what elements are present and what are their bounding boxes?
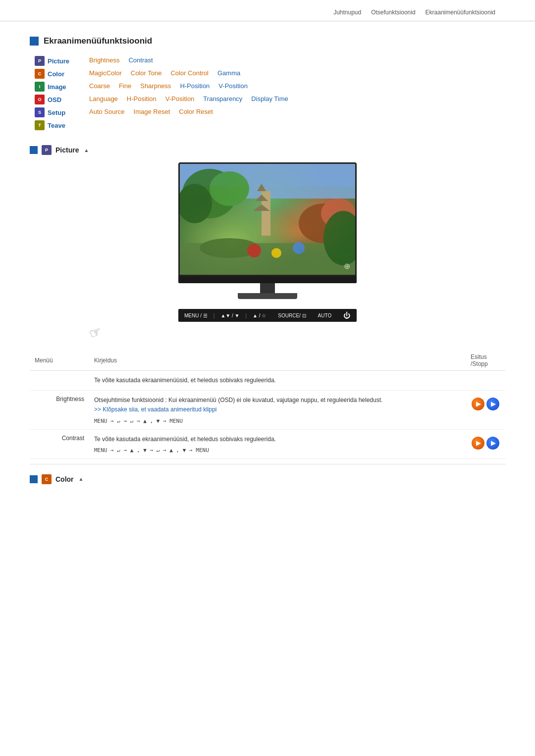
section-sq-icon — [30, 146, 38, 154]
col-header-action: Esitus /Stopp — [466, 351, 505, 371]
monitor-screen — [178, 162, 357, 276]
contrast-desc1: Te võite kasutada ekraanimenüüsid, et he… — [94, 435, 461, 444]
color-section-sq-icon — [30, 475, 38, 483]
nav-row-setup: S Setup Auto Source Image Reset Color Re… — [35, 107, 505, 117]
nav-row-osd: O OSD Language H-Position V-Position Tra… — [35, 95, 505, 104]
brightness-path: MENU → ↵ → ↵ → ▲ , ▼ → MENU — [94, 418, 461, 424]
nav-item-vpos-osd[interactable]: V-Position — [165, 95, 195, 102]
table-row-intro: Te võite kasutada ekraanimenüüsid, et he… — [30, 371, 505, 391]
top-nav: Juhtnupud Otsefunktsioonid Ekraanimenüüf… — [0, 0, 535, 21]
nav-category-setup: S Setup — [35, 107, 89, 117]
nav-category-teave: T Teave — [35, 120, 89, 130]
brightness-anim-link[interactable]: >> Klõpsake siia, et vaadata animeeritud… — [94, 406, 216, 413]
page-title-row: Ekraanimenüüfunktsioonid — [30, 36, 505, 46]
teave-label[interactable]: Teave — [48, 122, 65, 129]
osd-label[interactable]: OSD — [48, 96, 61, 103]
nav-item-displaytime[interactable]: Display Time — [251, 95, 288, 102]
nav-item-autosource[interactable]: Auto Source — [89, 108, 125, 115]
color-section-arrow: ▲ — [79, 476, 84, 482]
ctrl-arrows-label: ▲▼ / ▼ — [220, 313, 239, 318]
setup-nav-items: Auto Source Image Reset Color Reset — [89, 107, 213, 115]
ctrl-source-label: SOURCE/ ⊡ — [278, 313, 306, 318]
nav-category-color: C Color — [35, 69, 89, 79]
nav-item-sharpness[interactable]: Sharpness — [140, 82, 171, 90]
svg-point-12 — [247, 244, 261, 257]
brightness-desc-cell: Otsejuhtimise funktsioonid : Kui ekraani… — [89, 391, 466, 429]
nav-item-fine[interactable]: Fine — [119, 82, 131, 90]
col-header-desc: Kirjeldus — [89, 351, 466, 371]
image-label[interactable]: Image — [48, 83, 66, 91]
nav-item-transparency[interactable]: Transparency — [203, 95, 242, 102]
contrast-btn-orange[interactable]: ▶ — [472, 437, 484, 450]
nav-item-colortone[interactable]: Color Tone — [131, 69, 162, 77]
nav-item-colorreset[interactable]: Color Reset — [179, 108, 213, 115]
monitor-container — [30, 162, 505, 299]
info-table: Menüü Kirjeldus Esitus /Stopp Te võite k… — [30, 351, 505, 459]
brightness-buttons: ▶ ▶ — [471, 398, 500, 410]
nav-category-osd: O OSD — [35, 95, 89, 104]
color-label[interactable]: Color — [48, 70, 64, 78]
brightness-label-cell: Brightness — [30, 391, 89, 429]
nav-item-colorcontrol[interactable]: Color Control — [170, 69, 209, 77]
hand-cursor-area: ☞ — [89, 324, 505, 341]
nav-item-brightness[interactable]: Brightness — [89, 56, 119, 64]
nav-row-image: I Image Coarse Fine Sharpness H-Position… — [35, 82, 505, 92]
nav-row-color: C Color MagicColor Color Tone Color Cont… — [35, 69, 505, 79]
monitor-stand-neck — [260, 283, 275, 293]
ctrl-sep2: | — [245, 313, 247, 318]
brightness-btn-orange[interactable]: ▶ — [472, 398, 484, 410]
main-content: Ekraanimenüüfunktsioonid P Picture Brigh… — [0, 21, 535, 506]
picture-section-arrow: ▲ — [84, 148, 89, 153]
brightness-btn-blue[interactable]: ▶ — [486, 398, 499, 410]
nav-category-picture: P Picture — [35, 56, 89, 66]
nav-item-magiccolor[interactable]: MagicColor — [89, 69, 122, 77]
brightness-intro-action — [466, 371, 505, 391]
contrast-path: MENU → ↵ → ▲ , ▼ → ↵ → ▲ , ▼ → MENU — [94, 447, 461, 454]
osd-nav-items: Language H-Position V-Position Transpare… — [89, 95, 288, 102]
image-category-icon: I — [35, 82, 45, 92]
nav-row-picture: P Picture Brightness Contrast — [35, 56, 505, 66]
image-nav-items: Coarse Fine Sharpness H-Position V-Posit… — [89, 82, 248, 90]
ctrl-auto-label: AUTO — [318, 313, 332, 318]
brightness-intro-desc: Te võite kasutada ekraanimenüüsid, et he… — [89, 371, 466, 391]
brightness-desc2: Otsejuhtimise funktsioonid : Kui ekraani… — [94, 397, 382, 403]
nav-item-coarse[interactable]: Coarse — [89, 82, 110, 90]
setup-category-icon: S — [35, 107, 45, 117]
nav-item-language[interactable]: Language — [89, 95, 118, 102]
navigation-table: P Picture Brightness Contrast C Color Ma… — [35, 56, 505, 130]
hand-cursor-icon: ☞ — [87, 323, 104, 343]
contrast-btn-blue[interactable]: ▶ — [486, 437, 499, 450]
page-title: Ekraanimenüüfunktsioonid — [44, 36, 152, 46]
ctrl-power-btn[interactable]: ⏻ — [343, 311, 350, 319]
contrast-buttons: ▶ ▶ — [471, 437, 500, 450]
setup-label[interactable]: Setup — [48, 109, 65, 116]
table-row-brightness: Brightness Otsejuhtimise funktsioonid : … — [30, 391, 505, 429]
nav-item-hpos[interactable]: H-Position — [180, 82, 210, 90]
color-category-icon: C — [35, 69, 45, 79]
nav-row-teave: T Teave — [35, 120, 505, 130]
picture-section-title: Picture — [55, 146, 79, 154]
monitor-stand-base — [238, 293, 297, 299]
brightness-action-cell: ▶ ▶ — [466, 391, 505, 429]
nav-link-osd[interactable]: Ekraanimenüüfunktsioonid — [426, 9, 495, 16]
nav-item-contrast[interactable]: Contrast — [128, 56, 153, 64]
picture-category-icon: P — [35, 56, 45, 66]
brightness-empty-label — [30, 371, 89, 391]
monitor-stand-top — [178, 276, 357, 283]
nav-link-controls[interactable]: Juhtnupud — [333, 9, 361, 16]
section-divider — [30, 464, 505, 464]
nav-item-hpos-osd[interactable]: H-Position — [127, 95, 157, 102]
svg-point-14 — [293, 242, 305, 254]
picture-label[interactable]: Picture — [48, 57, 69, 65]
contrast-desc-cell: Te võite kasutada ekraanimenüüsid, et he… — [89, 429, 466, 458]
nav-item-gamma[interactable]: Gamma — [217, 69, 240, 77]
color-section-title: Color — [55, 475, 74, 483]
color-nav-items: MagicColor Color Tone Color Control Gamm… — [89, 69, 240, 77]
nav-item-imagereset[interactable]: Image Reset — [134, 108, 170, 115]
ctrl-menu-label: MENU / ☰ — [184, 313, 208, 318]
nav-link-direct[interactable]: Otsefunktsioonid — [371, 9, 415, 16]
nav-item-vpos[interactable]: V-Position — [218, 82, 248, 90]
picture-section-icon: P — [42, 145, 52, 155]
color-section-icon: C — [42, 474, 52, 484]
svg-point-3 — [210, 171, 249, 206]
